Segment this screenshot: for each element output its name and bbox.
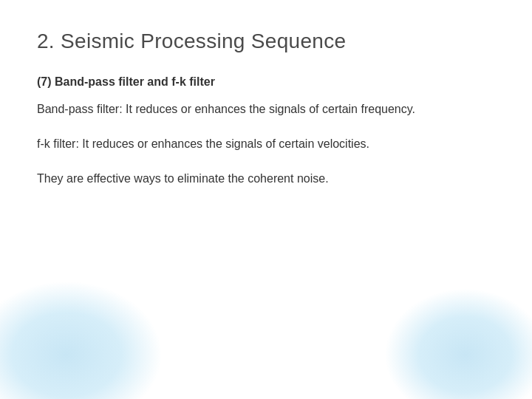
section-label: (7) Band-pass filter and f-k filter [37,75,495,89]
paragraph-conclusion: They are effective ways to eliminate the… [37,170,495,188]
slide-content: 2. Seismic Processing Sequence (7) Band-… [0,0,532,226]
paragraph-bandpass: Band-pass filter: It reduces or enhances… [37,100,495,119]
decorative-blob-right [384,288,532,399]
paragraph-fk: f-k filter: It reduces or enhances the s… [37,135,495,154]
decorative-blob-left [0,281,163,399]
slide-title: 2. Seismic Processing Sequence [37,30,495,53]
